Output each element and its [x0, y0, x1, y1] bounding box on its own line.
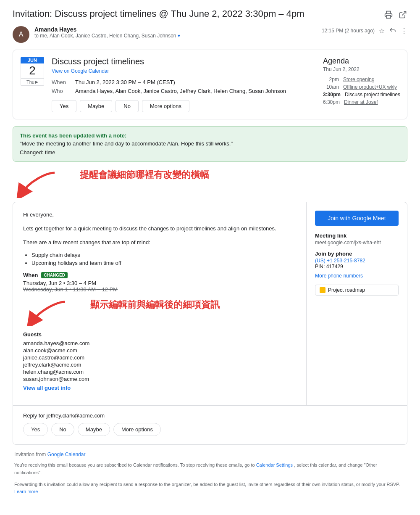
email-subject: Invitation: Discuss project timelines @ … — [13, 8, 384, 19]
reply-no-button[interactable]: No — [51, 423, 74, 436]
guest-email-4: helen.chang@acme.com — [23, 369, 298, 375]
email-time: 12:15 PM (2 hours ago) — [322, 28, 375, 34]
calendar-settings-link[interactable]: Calendar Settings — [256, 462, 293, 467]
body-para1: Lets get together for a quick meeting to… — [23, 224, 298, 233]
annotation2-arrow-svg — [23, 298, 90, 326]
view-all-guests-link[interactable]: View all guest info — [23, 385, 298, 391]
cal-month: Jun — [21, 57, 44, 63]
attachment-label: Project roadmap — [328, 287, 365, 293]
attachment-icon — [320, 287, 326, 293]
guest-email-2: janice.castro@acme.com — [23, 354, 298, 361]
event-details: Discuss project timelines View on Google… — [52, 57, 309, 112]
sender-name: Amanda Hayes — [34, 26, 317, 33]
agenda-item-2[interactable]: 3:30pm Discuss project timelines — [323, 92, 400, 98]
reply-more-button[interactable]: More options — [113, 423, 161, 436]
annotation1-text: 提醒會議細節哪裡有改變的橫幅 — [80, 169, 209, 181]
avatar: A — [13, 26, 29, 43]
arrow2-container — [23, 298, 90, 327]
when-new-date: Thursday, Jun 2 • 3:30 – 4 PM — [23, 280, 298, 286]
more-options-icon[interactable]: ⋮ — [401, 27, 407, 35]
phone-pin: PIN: 417429 — [315, 264, 399, 269]
email-body-left: Hi everyone, Lets get together for a qui… — [13, 202, 306, 405]
who-label: Who — [52, 88, 68, 94]
external-link-icon[interactable] — [398, 10, 407, 19]
when-label: When — [52, 79, 68, 85]
rsvp-no-button[interactable]: No — [116, 100, 139, 112]
when-changed-label: When CHANGED — [23, 272, 298, 278]
reply-email: jeffrey.clark@acme.com — [47, 412, 105, 419]
update-banner: This event has been updated with a note:… — [13, 126, 407, 162]
agenda-section: Agenda Thu Jun 2, 2022 2pm Store opening… — [316, 57, 400, 112]
agenda-title: Agenda — [323, 57, 400, 66]
agenda-item-0[interactable]: 2pm Store opening — [323, 77, 400, 82]
rsvp-more-button[interactable]: More options — [142, 100, 189, 112]
email-body-right: Join with Google Meet Meeting link meet.… — [306, 202, 407, 405]
meeting-link-label: Meeting link — [315, 232, 399, 239]
annotation1-block: 提醒會議細節哪裡有改變的橫幅 — [13, 169, 407, 199]
footer-text2-main: Forwarding this invitation could allow a… — [14, 482, 400, 487]
header-icons — [384, 8, 407, 19]
svg-line-0 — [402, 12, 406, 16]
more-phone-numbers-link[interactable]: More phone numbers — [315, 273, 399, 279]
event-title: Discuss project timelines — [52, 57, 309, 66]
phone-prefix: (US) — [315, 258, 326, 264]
guest-email-3: jeffrey.clark@acme.com — [23, 362, 298, 368]
learn-more-link[interactable]: Learn more — [14, 489, 38, 494]
email-body-card: Hi everyone, Lets get together for a qui… — [13, 202, 407, 445]
view-on-calendar-link[interactable]: View on Google Calendar — [52, 68, 309, 74]
phone-number: (US) +1 253-215-8782 — [315, 258, 399, 264]
body-list: Supply chain delays Upcoming holidays an… — [32, 252, 298, 266]
reply-icon[interactable] — [389, 26, 396, 35]
agenda-item-3[interactable]: 6:30pm Dinner at Josef — [323, 99, 400, 105]
annotation1-text-block: 提醒會議細節哪裡有改變的橫幅 — [80, 169, 209, 181]
annotation1-arrow-svg — [13, 169, 80, 198]
reply-yes-button[interactable]: Yes — [23, 423, 48, 436]
guest-email-0: amanda.hayes@acme.com — [23, 340, 298, 346]
annotation2-block: 顯示編輯前與編輯後的細項資訊 — [23, 298, 298, 327]
google-calendar-link[interactable]: Google Calendar — [47, 452, 86, 457]
footer-section: Invitation from Google Calendar You're r… — [13, 452, 407, 495]
changed-badge: CHANGED — [41, 272, 68, 278]
star-icon[interactable]: ☆ — [379, 27, 385, 35]
update-changed: Changed: time — [20, 149, 400, 156]
print-icon[interactable] — [384, 10, 393, 19]
body-para2: There are a few recent changes that are … — [23, 238, 298, 247]
calendar-icon: Jun 2 Thu ▶ — [20, 57, 45, 112]
footer-text2: Forwarding this invitation could allow a… — [14, 481, 406, 496]
event-when-row: When Thu Jun 2, 2022 3:30 PM – 4 PM (CES… — [52, 79, 309, 85]
rsvp-maybe-button[interactable]: Maybe — [80, 100, 112, 112]
when-section: When CHANGED Thursday, Jun 2 • 3:30 – 4 … — [23, 272, 298, 293]
update-title: This event has been updated with a note: — [20, 132, 400, 139]
meeting-link: meet.google.com/jxs-wha-eht — [315, 240, 399, 246]
footer-text1-main: You're receiving this email because you … — [14, 462, 256, 467]
cal-day: 2 — [21, 63, 44, 79]
arrow1-container — [13, 169, 80, 199]
rsvp-yes-button[interactable]: Yes — [52, 100, 76, 112]
who-value: Amanda Hayes, Alan Cook, Janice Castro, … — [75, 88, 286, 94]
reply-section: Reply for jeffrey.clark@acme.com Yes No … — [13, 405, 407, 444]
phone-link[interactable]: +1 253-215-8782 — [327, 258, 365, 264]
email-meta: 12:15 PM (2 hours ago) ☆ ⋮ — [322, 26, 407, 35]
when-value: Thu Jun 2, 2022 3:30 PM – 4 PM (CEST) — [75, 79, 175, 85]
footer-text1: You're receiving this email because you … — [14, 462, 406, 476]
annotation2-text: 顯示編輯前與編輯後的細項資訊 — [90, 298, 220, 311]
list-item: Upcoming holidays and team time off — [32, 260, 298, 266]
email-header: Invitation: Discuss project timelines @ … — [13, 8, 407, 19]
agenda-item-1[interactable]: 10am Offline product+UX wkly — [323, 84, 400, 90]
when-old-date: Wednesday, Jun 1 • 11:30 AM – 12 PM — [23, 286, 298, 293]
email-body-inner: Hi everyone, Lets get together for a qui… — [13, 202, 407, 405]
list-item: Supply chain delays — [32, 252, 298, 258]
join-meet-button[interactable]: Join with Google Meet — [315, 211, 399, 226]
reply-prefix: Reply for — [23, 412, 47, 419]
join-phone-label: Join by phone — [315, 251, 399, 257]
event-card: Jun 2 Thu ▶ Discuss project timelines Vi… — [13, 50, 407, 119]
reply-maybe-button[interactable]: Maybe — [78, 423, 110, 436]
attachment-button[interactable]: Project roadmap — [315, 285, 399, 296]
annotation2-text-block: 顯示編輯前與編輯後的細項資訊 — [90, 298, 220, 311]
guest-email-1: alan.cook@acme.com — [23, 347, 298, 354]
update-note: "Move the meeting to another time and da… — [20, 140, 400, 147]
rsvp-buttons: Yes Maybe No More options — [52, 100, 309, 112]
sender-to: to me, Alan Cook, Janice Castro, Helen C… — [34, 33, 317, 39]
sender-row: A Amanda Hayes to me, Alan Cook, Janice … — [13, 26, 407, 43]
body-greeting: Hi everyone, — [23, 211, 298, 219]
